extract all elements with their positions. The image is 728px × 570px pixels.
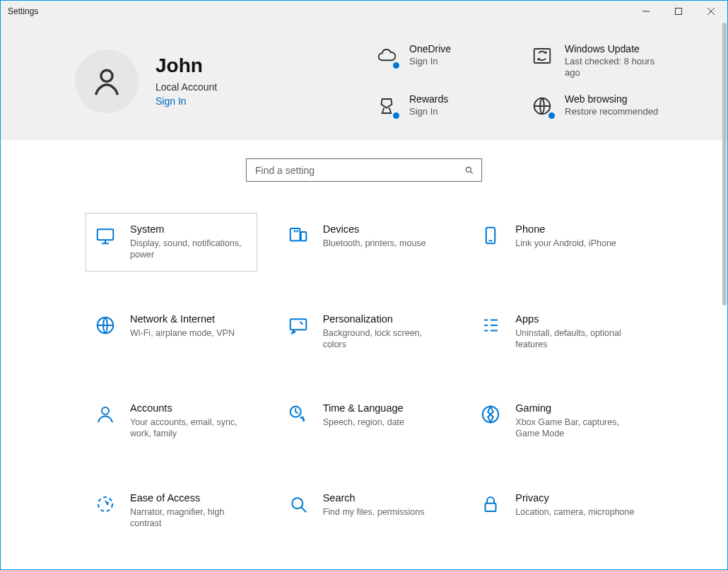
ease-icon-wrap [93,492,117,516]
category-text: PhoneLink your Android, iPhone [515,223,616,249]
system-icon-wrap [93,223,117,248]
status-rewards[interactable]: Rewards Sign In [374,93,515,119]
category-privacy[interactable]: PrivacyLocation, camera, microphone [471,482,642,540]
category-sub: Find my files, permissions [323,506,425,518]
search-box[interactable] [246,158,482,182]
maximize-button[interactable] [662,1,695,22]
user-block: John Local Account Sign In [75,43,217,119]
svg-point-4 [101,70,112,81]
svg-point-26 [102,407,109,414]
category-phone[interactable]: PhoneLink your Android, iPhone [471,213,642,272]
category-sub: Location, camera, microphone [515,506,634,518]
accounts-icon [95,404,116,425]
category-text: Time & LanguageSpeech, region, date [323,402,404,428]
category-text: SystemDisplay, sound, notifications, pow… [130,223,249,261]
category-text: AppsUninstall, defaults, optional featur… [515,313,635,351]
category-title: Accounts [130,402,249,414]
category-title: Apps [515,313,635,325]
status-sub: Sign In [409,106,448,117]
apps-icon [480,315,501,336]
privacy-icon-wrap [479,492,503,516]
accounts-icon-wrap [93,402,117,426]
minimize-icon [642,8,650,15]
category-sub: Xbox Game Bar, captures, Game Mode [515,417,635,440]
scrollbar[interactable] [722,23,727,306]
phone-icon-wrap [479,223,503,248]
category-title: Ease of Access [130,492,249,504]
status-title: Windows Update [565,43,671,54]
svg-point-29 [98,497,112,511]
status-title: Rewards [409,93,448,105]
user-icon [90,65,123,98]
category-text: GamingXbox Game Bar, captures, Game Mode [515,402,635,440]
category-text: SearchFind my files, permissions [323,492,425,518]
category-apps[interactable]: AppsUninstall, defaults, optional featur… [471,303,642,361]
close-button[interactable] [695,1,727,22]
svg-point-30 [292,498,303,508]
window-controls [630,1,727,22]
devices-icon [288,225,309,246]
category-system[interactable]: SystemDisplay, sound, notifications, pow… [86,213,257,272]
svg-point-15 [297,231,298,231]
category-grid: SystemDisplay, sound, notifications, pow… [43,213,685,570]
category-title: Phone [515,223,616,235]
category-text: Network & InternetWi-Fi, airplane mode, … [130,313,235,339]
category-text: DevicesBluetooth, printers, mouse [323,223,426,249]
status-onedrive[interactable]: OneDrive Sign In [374,43,515,78]
category-sub: Your accounts, email, sync, work, family [130,417,249,440]
category-devices[interactable]: DevicesBluetooth, printers, mouse [278,213,450,272]
privacy-icon [480,494,501,515]
status-grid: OneDrive Sign In Windows Update Last che… [374,43,671,119]
onedrive-icon [374,43,399,69]
maximize-icon [675,8,682,15]
devices-icon-wrap [286,223,310,248]
sign-in-link[interactable]: Sign In [155,95,217,107]
search-input[interactable] [254,164,452,177]
category-title: Search [323,492,425,504]
category-title: Personalization [323,313,442,325]
category-title: System [130,223,249,235]
svg-line-31 [301,507,306,512]
category-time[interactable]: Time & LanguageSpeech, region, date [278,392,450,450]
gaming-icon-wrap [479,402,503,426]
svg-rect-1 [676,8,682,15]
search-wrap [43,158,685,182]
status-sub: Restore recommended [565,106,658,117]
personalization-icon-wrap [286,313,310,337]
category-title: Privacy [515,492,634,504]
window-title: Settings [8,6,38,16]
svg-point-7 [466,167,471,172]
category-title: Time & Language [323,402,404,414]
svg-rect-9 [98,229,114,240]
category-ease[interactable]: Ease of AccessNarrator, magnifier, high … [86,482,257,540]
category-search[interactable]: SearchFind my files, permissions [278,482,450,540]
avatar [75,50,139,113]
body-panel: SystemDisplay, sound, notifications, pow… [1,140,727,570]
category-sub: Wi-Fi, airplane mode, VPN [130,327,235,339]
account-type: Local Account [155,81,217,93]
category-personalization[interactable]: PersonalizationBackground, lock screen, … [278,303,450,361]
category-gaming[interactable]: GamingXbox Game Bar, captures, Game Mode [471,392,642,450]
search-icon-wrap [286,492,310,516]
category-sub: Uninstall, defaults, optional features [515,327,635,351]
ease-icon [95,494,116,515]
minimize-button[interactable] [630,1,662,22]
svg-rect-19 [290,319,306,330]
status-windows-update[interactable]: Windows Update Last checked: 8 hours ago [529,43,671,78]
category-sub: Bluetooth, printers, mouse [323,238,426,249]
settings-window: Settings John Local Account Sign [0,0,728,570]
category-accounts[interactable]: AccountsYour accounts, email, sync, work… [86,392,257,450]
apps-icon-wrap [479,313,503,337]
category-network[interactable]: Network & InternetWi-Fi, airplane mode, … [86,303,257,361]
title-bar: Settings [1,1,727,22]
status-web-browsing[interactable]: Web browsing Restore recommended [529,93,671,119]
svg-line-8 [470,171,472,173]
rewards-icon [374,93,399,119]
user-text: John Local Account Sign In [155,55,217,107]
search-icon [464,165,474,175]
time-icon [288,404,309,425]
status-sub: Sign In [409,56,451,67]
network-icon-wrap [93,313,117,337]
system-icon [95,225,116,246]
status-title: OneDrive [409,43,451,54]
